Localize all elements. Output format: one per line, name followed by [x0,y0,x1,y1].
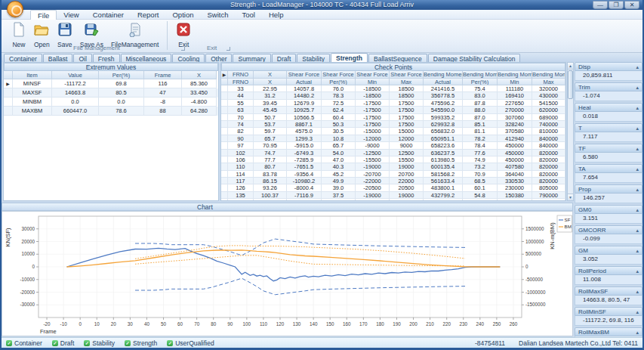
table-row[interactable]: 135100.37-7116.937.5-1900019000432799.25… [221,192,565,199]
table-row[interactable]: 11080.7-7651.540.3-1900019000600135.473.… [221,163,565,170]
table-row[interactable]: 140104.22-7336.040.8-1800018000417382.05… [221,199,565,201]
collapse-arrow-icon[interactable]: ▴ [636,165,639,172]
table-row[interactable]: 11483.78-9356.445.2-2070020700581568.270… [221,171,565,178]
table-row[interactable]: 3322.9514057.876.0-1850018500241416.575.… [221,85,565,92]
dialog-launcher-icon[interactable] [226,47,230,51]
sidebar-group-header-t[interactable]: T▴ [575,123,642,132]
cell: 18500 [390,85,424,92]
row-selector-cell [221,121,228,128]
collapse-arrow-icon[interactable]: ▴ [636,226,639,234]
table-row[interactable]: ▶MINSF-11172.269.811685.360 [4,79,218,88]
sidebar-group-header-tf[interactable]: TF▴ [575,144,642,153]
menu-item-view[interactable]: View [57,10,85,20]
table-row[interactable]: 9770.95-5915.065.7-90009000658223.678.44… [221,142,565,149]
collapse-arrow-icon[interactable]: ▴ [636,83,639,91]
menu-item-tool[interactable]: Tool [235,10,261,20]
row-selector-cell [221,192,228,199]
sidebar-group-label: TF [578,144,586,152]
row-selector-cell: ▶ [221,71,228,79]
collapse-arrow-icon[interactable]: ▴ [636,63,639,70]
scrollbar-thumb[interactable] [568,70,573,99]
menu-item-option[interactable]: Option [165,10,200,20]
app-logo-icon[interactable] [7,1,23,17]
sidebar-group-header-heal[interactable]: Heal▴ [575,103,642,112]
svg-text:150: 150 [326,321,334,327]
tab-draft[interactable]: Draft [272,54,296,62]
tab-ballastsequence[interactable]: BallastSequence [368,54,427,62]
collapse-arrow-icon[interactable]: ▴ [636,185,639,193]
cell: X [182,71,217,79]
collapse-arrow-icon[interactable]: ▴ [636,246,639,254]
cell: 110 [228,163,254,170]
table-row[interactable]: 10274.7-6749.354.0-1250012500636237.577.… [221,150,565,156]
tab-stability[interactable]: Stability [297,54,330,62]
menu-item-file[interactable]: File [30,10,57,20]
table-row[interactable]: 5539.4512679.972.5-1750017500475596.287.… [221,100,565,107]
sidebar-group-header-gmcorr[interactable]: GMCORR▴ [575,225,642,234]
table-row[interactable]: 12693.26-8000.439.0-2050020500483800.160… [221,184,565,191]
close-button[interactable]: ✕ [624,1,639,9]
table-row[interactable]: 11786.15-10980.249.9-2200022000561633.46… [221,178,565,184]
sidebar-group-label: GM0 [578,206,591,213]
sidebar-group-header-rollmaxsf[interactable]: RollMaxSF▴ [575,287,642,296]
table-row[interactable]: 10677.7-7285.947.0-1550015500613980.574.… [221,156,565,163]
table-row[interactable]: MAXSF14663.880.54733.450 [4,88,218,98]
cell: 810000 [532,128,565,135]
tab-miscellaneous[interactable]: Miscellaneous [121,54,172,62]
sidebar-group-header-prop[interactable]: Prop▴ [575,184,642,194]
tab-container[interactable]: Container [4,54,42,62]
collapse-arrow-icon[interactable]: ▴ [636,287,639,295]
cell: 74.9 [463,156,498,163]
svg-text:1000000: 1000000 [525,239,544,244]
sidebar-group-header-gm0[interactable]: GM0▴ [575,205,642,214]
row-selector-cell [221,150,228,156]
tab-summary[interactable]: Summary [233,54,270,62]
collapse-arrow-icon[interactable]: ▴ [636,308,639,315]
sidebar-group-header-gm[interactable]: GM▴ [575,246,642,255]
sidebar-group-label: RollMaxBM [578,328,609,336]
tab-fresh[interactable]: Fresh [93,54,120,62]
menu-item-container[interactable]: Container [86,10,131,20]
svg-text:210: 210 [426,321,434,327]
collapse-arrow-icon[interactable]: ▴ [636,144,639,152]
sidebar-group-header-rollperiod[interactable]: RollPeriod▴ [575,266,642,275]
collapse-arrow-icon[interactable]: ▴ [636,267,639,274]
maximize-button[interactable]: ❐ [609,1,624,9]
tab-cooling[interactable]: Cooling [172,54,205,62]
sidebar-group-header-disp[interactable]: Disp▴ [575,62,642,71]
table-row[interactable]: MINBM0.00.0-8-4.800 [4,98,218,107]
cell: 83.0 [463,92,498,99]
cell: 650951.1 [424,135,463,142]
cell: 14057.8 [287,85,322,92]
menu-item-report[interactable]: Report [131,10,166,20]
table-row[interactable]: MAXBM660447.078.68864.280 [4,107,218,116]
check-points-scrollbar[interactable]: ▲ ▼ [567,62,574,201]
sidebar-group-header-ta[interactable]: TA▴ [575,164,642,173]
collapse-arrow-icon[interactable]: ▴ [636,328,639,336]
sidebar-group-header-trim[interactable]: Trim▴ [575,82,642,91]
dialog-launcher-icon[interactable] [181,47,185,51]
sidebar-group-header-rollminsf[interactable]: RollMinSF▴ [575,307,642,316]
cell: 49.9 [322,178,356,184]
sidebar-group-header-rollmaxbm[interactable]: RollMaxBM▴ [575,327,642,336]
table-row[interactable]: 8259.74575.030.5-1500015000656832.081.13… [221,128,565,135]
tab-damage-stability-calculation[interactable]: Damage Stability Calculation [428,54,521,62]
scrollbar-up-arrow-icon[interactable]: ▲ [568,63,573,70]
minimize-button[interactable]: — [593,1,608,9]
tab-other[interactable]: Other [205,54,232,62]
cell: 33 [228,85,254,92]
tab-oil[interactable]: Oil [73,54,91,62]
scrollbar-down-arrow-icon[interactable]: ▼ [568,194,573,200]
table-row[interactable]: 6345.4510925.762.4-1750017500545590.088.… [221,107,565,113]
tab-ballast[interactable]: Ballast [43,54,73,62]
collapse-arrow-icon[interactable]: ▴ [636,104,639,111]
menu-item-switch[interactable]: Switch [200,10,235,20]
table-row[interactable]: 9065.71299.310.8-1200012000650951.178.24… [221,135,565,142]
table-row[interactable]: 7050.710566.560.4-1750017500599335.287.0… [221,114,565,121]
tab-strength[interactable]: Strength [331,53,368,62]
collapse-arrow-icon[interactable]: ▴ [636,124,639,132]
collapse-arrow-icon[interactable]: ▴ [636,206,639,213]
table-row[interactable]: 4431.214480.278.3-1850018500356778.583.0… [221,92,565,99]
menu-item-help[interactable]: Help [262,10,291,20]
table-row[interactable]: 7453.78867.150.3-1750017500629932.885.13… [221,121,565,128]
